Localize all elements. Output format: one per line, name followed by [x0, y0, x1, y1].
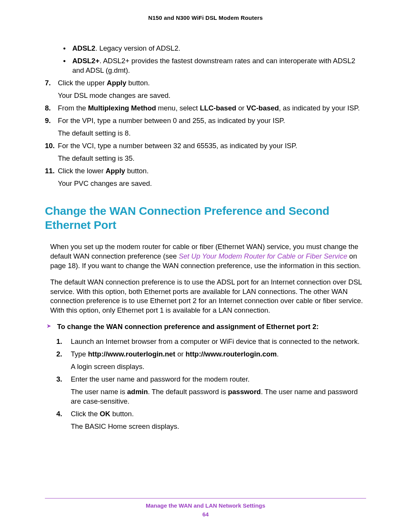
step-text: For the VPI, type a number between 0 and… [58, 117, 285, 125]
step-result: The user name is admin. The default pass… [71, 387, 366, 406]
bold-text: LLC-based [200, 104, 236, 112]
list-item: 11.Click the lower Apply button.Your PVC… [45, 166, 366, 189]
procedure-heading: To change the WAN connection preference … [45, 322, 366, 332]
list-item: 4.Click the OK button.The BASIC Home scr… [56, 409, 366, 431]
step-result: Your PVC changes are saved. [58, 179, 366, 189]
bold-text: http://www.routerlogin.net [88, 350, 175, 358]
step-text: Type http://www.routerlogin.net or http:… [71, 350, 279, 358]
footer-title: Manage the WAN and LAN Network Settings [45, 502, 366, 509]
step-text: Launch an Internet browser from a comput… [71, 337, 360, 345]
list-item: 10.For the VCI, type a number between 32… [45, 141, 366, 163]
procedure-steps: 1.Launch an Internet browser from a comp… [56, 337, 366, 431]
step-number: 10. [45, 141, 55, 151]
bold-text: Multiplexing Method [88, 104, 156, 112]
bold-text: OK [100, 410, 110, 418]
list-item: 1.Launch an Internet browser from a comp… [56, 337, 366, 347]
page-footer: Manage the WAN and LAN Network Settings … [45, 498, 366, 518]
step-number: 2. [56, 350, 62, 359]
step-text: Enter the user name and password for the… [71, 375, 250, 383]
step-text: From the Multiplexing Method menu, selec… [58, 104, 360, 112]
step-result: A login screen displays. [71, 362, 366, 372]
bold-text: admin [127, 388, 148, 396]
document-page: N150 and N300 WiFi DSL Modem Routers ADS… [0, 0, 411, 532]
step-text: Click the upper Apply button. [58, 79, 150, 87]
bold-text: password [228, 388, 261, 396]
bold-text: Apply [105, 167, 125, 175]
step-text: For the VCI, type a number between 32 an… [58, 142, 297, 150]
step-number: 1. [56, 337, 62, 347]
bold-text: Apply [107, 79, 126, 87]
list-item: 3.Enter the user name and password for t… [56, 375, 366, 406]
step-text: Click the OK button. [71, 410, 134, 418]
step-number: 7. [45, 78, 51, 88]
page-content: ADSL2. Legacy version of ADSL2.ADSL2+. A… [45, 44, 366, 431]
step-number: 11. [45, 166, 55, 176]
step-result: The default setting is 8. [58, 129, 366, 138]
running-header: N150 and N300 WiFi DSL Modem Routers [45, 14, 366, 21]
step-text: Click the lower Apply button. [58, 167, 149, 175]
footer-rule [45, 498, 366, 498]
bullet-term: ADSL2+ [72, 57, 99, 65]
step-number: 3. [56, 375, 62, 384]
step-result: Your DSL mode changes are saved. [58, 91, 366, 101]
cross-reference-link[interactable]: Set Up Your Modem Router for Cable or Fi… [179, 252, 347, 260]
page-number: 64 [45, 511, 366, 518]
bullet-term: ADSL2 [72, 44, 96, 52]
bullet-list: ADSL2. Legacy version of ADSL2.ADSL2+. A… [63, 44, 366, 75]
step-number: 9. [45, 116, 51, 126]
list-item: 7.Click the upper Apply button.Your DSL … [45, 78, 366, 101]
step-result: The default setting is 35. [58, 154, 366, 163]
intro-paragraph-2: The default WAN connection preference is… [50, 278, 366, 316]
step-number: 8. [45, 104, 51, 113]
step-result: The BASIC Home screen displays. [71, 422, 366, 431]
bullet-item: ADSL2. Legacy version of ADSL2. [63, 44, 366, 53]
bullet-item: ADSL2+. ADSL2+ provides the fastest down… [63, 56, 366, 75]
list-item: 9.For the VPI, type a number between 0 a… [45, 116, 366, 138]
bold-text: http://www.routerlogin.com [186, 350, 277, 358]
step-number: 4. [56, 409, 62, 419]
numbered-steps: 7.Click the upper Apply button.Your DSL … [45, 78, 366, 189]
section-title: Change the WAN Connection Preference and… [45, 204, 366, 232]
list-item: 8.From the Multiplexing Method menu, sel… [45, 104, 366, 113]
intro-paragraph-1: When you set up the modem router for cab… [50, 242, 366, 271]
list-item: 2.Type http://www.routerlogin.net or htt… [56, 350, 366, 372]
bold-text: VC-based [246, 104, 279, 112]
